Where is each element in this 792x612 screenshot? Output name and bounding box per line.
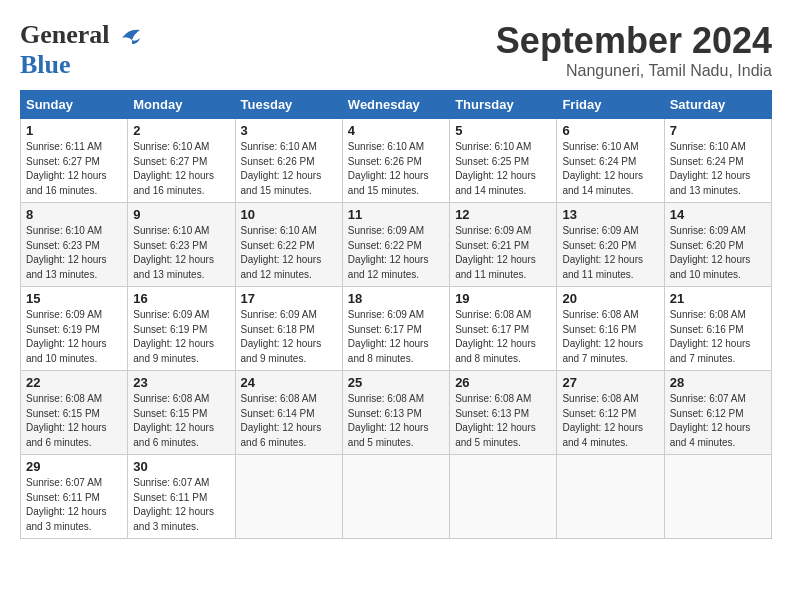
day-info: Sunrise: 6:08 AMSunset: 6:13 PMDaylight:…	[348, 393, 429, 448]
calendar-cell	[664, 455, 771, 539]
day-number: 4	[348, 123, 444, 138]
calendar-week-row: 22 Sunrise: 6:08 AMSunset: 6:15 PMDaylig…	[21, 371, 772, 455]
day-number: 7	[670, 123, 766, 138]
calendar-cell: 16 Sunrise: 6:09 AMSunset: 6:19 PMDaylig…	[128, 287, 235, 371]
calendar-cell: 28 Sunrise: 6:07 AMSunset: 6:12 PMDaylig…	[664, 371, 771, 455]
day-number: 13	[562, 207, 658, 222]
calendar-cell: 22 Sunrise: 6:08 AMSunset: 6:15 PMDaylig…	[21, 371, 128, 455]
col-monday: Monday	[128, 91, 235, 119]
day-info: Sunrise: 6:10 AMSunset: 6:24 PMDaylight:…	[670, 141, 751, 196]
day-number: 8	[26, 207, 122, 222]
day-info: Sunrise: 6:08 AMSunset: 6:16 PMDaylight:…	[670, 309, 751, 364]
day-info: Sunrise: 6:08 AMSunset: 6:16 PMDaylight:…	[562, 309, 643, 364]
day-info: Sunrise: 6:08 AMSunset: 6:14 PMDaylight:…	[241, 393, 322, 448]
day-number: 9	[133, 207, 229, 222]
day-info: Sunrise: 6:09 AMSunset: 6:20 PMDaylight:…	[670, 225, 751, 280]
calendar-cell: 14 Sunrise: 6:09 AMSunset: 6:20 PMDaylig…	[664, 203, 771, 287]
day-info: Sunrise: 6:09 AMSunset: 6:22 PMDaylight:…	[348, 225, 429, 280]
calendar-cell: 21 Sunrise: 6:08 AMSunset: 6:16 PMDaylig…	[664, 287, 771, 371]
day-info: Sunrise: 6:10 AMSunset: 6:23 PMDaylight:…	[26, 225, 107, 280]
col-thursday: Thursday	[450, 91, 557, 119]
day-number: 2	[133, 123, 229, 138]
calendar-cell: 29 Sunrise: 6:07 AMSunset: 6:11 PMDaylig…	[21, 455, 128, 539]
day-number: 30	[133, 459, 229, 474]
calendar-cell: 1 Sunrise: 6:11 AMSunset: 6:27 PMDayligh…	[21, 119, 128, 203]
calendar-cell: 7 Sunrise: 6:10 AMSunset: 6:24 PMDayligh…	[664, 119, 771, 203]
calendar-header-row: Sunday Monday Tuesday Wednesday Thursday…	[21, 91, 772, 119]
calendar-week-row: 8 Sunrise: 6:10 AMSunset: 6:23 PMDayligh…	[21, 203, 772, 287]
day-number: 6	[562, 123, 658, 138]
day-number: 19	[455, 291, 551, 306]
day-info: Sunrise: 6:08 AMSunset: 6:17 PMDaylight:…	[455, 309, 536, 364]
calendar-cell: 27 Sunrise: 6:08 AMSunset: 6:12 PMDaylig…	[557, 371, 664, 455]
day-info: Sunrise: 6:08 AMSunset: 6:15 PMDaylight:…	[26, 393, 107, 448]
day-number: 3	[241, 123, 337, 138]
day-number: 22	[26, 375, 122, 390]
day-number: 20	[562, 291, 658, 306]
day-info: Sunrise: 6:10 AMSunset: 6:25 PMDaylight:…	[455, 141, 536, 196]
day-info: Sunrise: 6:11 AMSunset: 6:27 PMDaylight:…	[26, 141, 107, 196]
calendar-cell: 15 Sunrise: 6:09 AMSunset: 6:19 PMDaylig…	[21, 287, 128, 371]
calendar-cell: 5 Sunrise: 6:10 AMSunset: 6:25 PMDayligh…	[450, 119, 557, 203]
calendar-cell: 13 Sunrise: 6:09 AMSunset: 6:20 PMDaylig…	[557, 203, 664, 287]
page-header: General Blue September 2024 Nanguneri, T…	[20, 20, 772, 80]
day-number: 16	[133, 291, 229, 306]
logo: General Blue	[20, 20, 144, 80]
day-info: Sunrise: 6:07 AMSunset: 6:11 PMDaylight:…	[133, 477, 214, 532]
calendar-cell: 12 Sunrise: 6:09 AMSunset: 6:21 PMDaylig…	[450, 203, 557, 287]
col-sunday: Sunday	[21, 91, 128, 119]
location-title: Nanguneri, Tamil Nadu, India	[496, 62, 772, 80]
logo-bird-icon	[114, 20, 144, 50]
col-friday: Friday	[557, 91, 664, 119]
calendar-cell: 2 Sunrise: 6:10 AMSunset: 6:27 PMDayligh…	[128, 119, 235, 203]
calendar-cell: 23 Sunrise: 6:08 AMSunset: 6:15 PMDaylig…	[128, 371, 235, 455]
day-number: 5	[455, 123, 551, 138]
calendar-cell: 18 Sunrise: 6:09 AMSunset: 6:17 PMDaylig…	[342, 287, 449, 371]
title-block: September 2024 Nanguneri, Tamil Nadu, In…	[496, 20, 772, 80]
day-info: Sunrise: 6:09 AMSunset: 6:20 PMDaylight:…	[562, 225, 643, 280]
calendar-cell: 3 Sunrise: 6:10 AMSunset: 6:26 PMDayligh…	[235, 119, 342, 203]
day-info: Sunrise: 6:10 AMSunset: 6:23 PMDaylight:…	[133, 225, 214, 280]
day-number: 14	[670, 207, 766, 222]
day-info: Sunrise: 6:10 AMSunset: 6:22 PMDaylight:…	[241, 225, 322, 280]
calendar-cell: 24 Sunrise: 6:08 AMSunset: 6:14 PMDaylig…	[235, 371, 342, 455]
month-title: September 2024	[496, 20, 772, 62]
day-info: Sunrise: 6:08 AMSunset: 6:13 PMDaylight:…	[455, 393, 536, 448]
day-number: 17	[241, 291, 337, 306]
logo-blue-text: Blue	[20, 50, 71, 80]
day-info: Sunrise: 6:07 AMSunset: 6:12 PMDaylight:…	[670, 393, 751, 448]
day-info: Sunrise: 6:07 AMSunset: 6:11 PMDaylight:…	[26, 477, 107, 532]
day-info: Sunrise: 6:09 AMSunset: 6:19 PMDaylight:…	[26, 309, 107, 364]
day-number: 27	[562, 375, 658, 390]
day-number: 15	[26, 291, 122, 306]
calendar-cell: 8 Sunrise: 6:10 AMSunset: 6:23 PMDayligh…	[21, 203, 128, 287]
day-number: 28	[670, 375, 766, 390]
day-info: Sunrise: 6:10 AMSunset: 6:26 PMDaylight:…	[241, 141, 322, 196]
calendar-cell	[557, 455, 664, 539]
day-info: Sunrise: 6:08 AMSunset: 6:12 PMDaylight:…	[562, 393, 643, 448]
col-wednesday: Wednesday	[342, 91, 449, 119]
day-number: 23	[133, 375, 229, 390]
calendar-cell: 30 Sunrise: 6:07 AMSunset: 6:11 PMDaylig…	[128, 455, 235, 539]
calendar-cell: 10 Sunrise: 6:10 AMSunset: 6:22 PMDaylig…	[235, 203, 342, 287]
day-info: Sunrise: 6:08 AMSunset: 6:15 PMDaylight:…	[133, 393, 214, 448]
day-number: 11	[348, 207, 444, 222]
day-info: Sunrise: 6:10 AMSunset: 6:24 PMDaylight:…	[562, 141, 643, 196]
day-number: 21	[670, 291, 766, 306]
day-info: Sunrise: 6:09 AMSunset: 6:17 PMDaylight:…	[348, 309, 429, 364]
calendar-cell: 6 Sunrise: 6:10 AMSunset: 6:24 PMDayligh…	[557, 119, 664, 203]
calendar-cell: 26 Sunrise: 6:08 AMSunset: 6:13 PMDaylig…	[450, 371, 557, 455]
col-tuesday: Tuesday	[235, 91, 342, 119]
day-number: 10	[241, 207, 337, 222]
calendar-table: Sunday Monday Tuesday Wednesday Thursday…	[20, 90, 772, 539]
day-info: Sunrise: 6:09 AMSunset: 6:19 PMDaylight:…	[133, 309, 214, 364]
day-number: 26	[455, 375, 551, 390]
calendar-cell: 9 Sunrise: 6:10 AMSunset: 6:23 PMDayligh…	[128, 203, 235, 287]
calendar-cell: 11 Sunrise: 6:09 AMSunset: 6:22 PMDaylig…	[342, 203, 449, 287]
day-number: 18	[348, 291, 444, 306]
day-number: 25	[348, 375, 444, 390]
calendar-cell: 19 Sunrise: 6:08 AMSunset: 6:17 PMDaylig…	[450, 287, 557, 371]
calendar-week-row: 29 Sunrise: 6:07 AMSunset: 6:11 PMDaylig…	[21, 455, 772, 539]
calendar-week-row: 15 Sunrise: 6:09 AMSunset: 6:19 PMDaylig…	[21, 287, 772, 371]
calendar-week-row: 1 Sunrise: 6:11 AMSunset: 6:27 PMDayligh…	[21, 119, 772, 203]
